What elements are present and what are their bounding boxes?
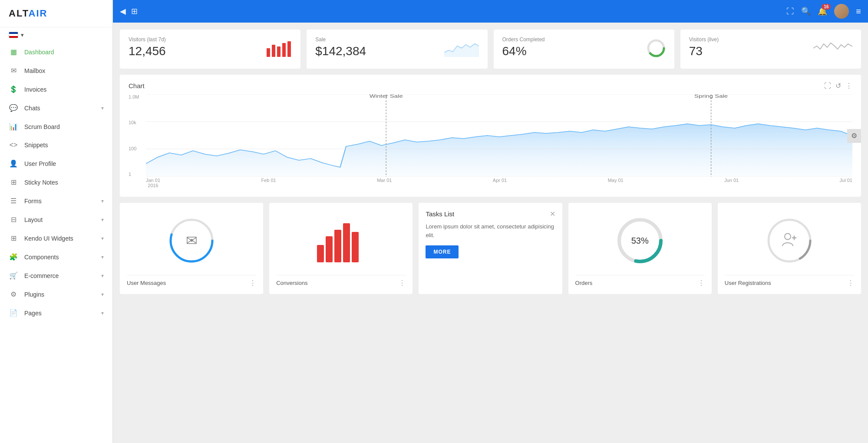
stat-value-orders: 64% [502,44,666,58]
svg-rect-23 [352,232,359,262]
chart-more-icon[interactable]: ⋮ [845,82,852,90]
invoices-icon: 💲 [9,85,18,93]
sidebar-item-kendoui[interactable]: ⊞Kendo UI Widgets▾ [0,229,112,248]
tasks-close-button[interactable]: ✕ [550,210,555,218]
svg-text:Spring Sale: Spring Sale [694,94,728,99]
sidebar: ALTAIR ▾ ▦Dashboard✉Mailbox💲Invoices💬Cha… [0,0,113,443]
sidebar-arrow-components: ▾ [101,254,104,260]
userprofile-icon: 👤 [9,159,18,168]
content-area: Visitors (last 7d) 12,456 Sale $142,384 [113,23,868,443]
sidebar-label-kendoui: Kendo UI Widgets [24,235,95,242]
widget-user-registrations: User Registrations ⋮ [718,203,861,294]
chart-expand-icon[interactable]: ⛶ [824,82,831,90]
widget-orders: 53% Orders ⋮ [568,203,712,294]
stat-icon-sale [444,40,479,59]
sidebar-item-ecommerce[interactable]: 🛒E-commerce▾ [0,266,112,285]
stat-icon-visitors [266,40,292,59]
sidebar-arrow-layout: ▾ [101,217,104,223]
svg-rect-21 [334,230,341,262]
sidebar-item-scrumboard[interactable]: 📊Scrum Board [0,117,112,136]
widget-footer-conversions: Conversions ⋮ [276,275,406,287]
settings-icon: ⚙ [851,132,857,140]
stickynotes-icon: ⊞ [9,178,18,186]
widget-menu-messages[interactable]: ⋮ [249,279,256,287]
search-icon[interactable]: 🔍 [801,7,811,16]
chart-card: Chart ⛶ ↺ ⋮ 1 100 10k 1.0M [120,75,861,197]
widget-visual-messages: ✉ [168,210,215,271]
tasks-more-button[interactable]: MORE [426,245,459,258]
chart-plot: Winter Sale Spring Sale [146,94,852,177]
sidebar-item-layout[interactable]: ⊟Layout▾ [0,210,112,229]
settings-float-button[interactable]: ⚙ [847,129,861,143]
widget-footer-messages: User Messages ⋮ [127,275,256,287]
sidebar-arrow-pages: ▾ [101,310,104,316]
widget-visual-registrations [766,210,813,271]
sidebar-item-mailbox[interactable]: ✉Mailbox [0,61,112,80]
y-label-2: 100 [129,146,145,151]
chart-refresh-icon[interactable]: ↺ [835,82,841,90]
language-label: ▾ [21,32,24,38]
snippets-icon: <> [9,141,18,149]
widget-conversions: Conversions ⋮ [269,203,413,294]
logo: ALTAIR [0,0,112,27]
x-label-jun: Jun 01 [724,178,739,183]
x-label-jan: Jan 012016 [146,178,160,188]
widget-visual-orders: 53% [616,210,664,271]
sidebar-arrow-forms: ▾ [101,198,104,204]
sidebar-item-pages[interactable]: 📄Pages▾ [0,304,112,322]
y-label-1: 1 [129,172,145,177]
widget-title-orders: Orders [575,280,593,286]
svg-rect-20 [326,236,333,262]
sidebar-item-userprofile[interactable]: 👤User Profile [0,154,112,173]
sidebar-label-userprofile: User Profile [24,160,104,167]
avatar[interactable] [834,4,849,19]
widget-title-messages: User Messages [127,280,166,286]
avatar-image [834,4,849,19]
sidebar-label-plugins: Plugins [24,291,95,298]
svg-rect-22 [343,223,350,262]
y-label-4: 1.0M [129,94,145,99]
sidebar-label-stickynotes: Sticky Notes [24,179,104,186]
widget-tasks: Tasks List ✕ Lorem ipsum dolor sit amet,… [419,203,562,294]
language-selector[interactable]: ▾ [0,27,112,43]
x-label-may: May 01 [608,178,624,183]
chart-x-axis: Jan 012016 Feb 01 Mar 01 Apr 01 May 01 J… [146,178,852,190]
forms-icon: ☰ [9,197,18,205]
sidebar-item-components[interactable]: 🧩Components▾ [0,248,112,266]
widgets-row: ✉ User Messages ⋮ [120,203,861,294]
svg-rect-1 [272,45,275,57]
widget-menu-conversions[interactable]: ⋮ [399,279,406,287]
widget-footer-registrations: User Registrations ⋮ [725,275,854,287]
sidebar-item-plugins[interactable]: ⚙Plugins▾ [0,285,112,304]
widget-footer-orders: Orders ⋮ [575,275,705,287]
svg-point-28 [785,234,791,240]
sidebar-item-stickynotes[interactable]: ⊞Sticky Notes [0,173,112,192]
grid-icon[interactable]: ⊞ [131,7,138,16]
sidebar-item-snippets[interactable]: <>Snippets [0,136,112,154]
kendoui-icon: ⊞ [9,234,18,242]
chats-icon: 💬 [9,104,18,112]
chart-actions: ⛶ ↺ ⋮ [824,82,852,90]
sidebar-label-mailbox: Mailbox [24,67,104,74]
notification-button[interactable]: 🔔 16 [818,7,827,16]
hamburger-icon[interactable]: ≡ [856,7,861,17]
sidebar-item-dashboard[interactable]: ▦Dashboard [0,43,112,61]
sidebar-item-invoices[interactable]: 💲Invoices [0,80,112,99]
sidebar-item-forms[interactable]: ☰Forms▾ [0,192,112,210]
sidebar-item-chats[interactable]: 💬Chats▾ [0,99,112,117]
fullscreen-icon[interactable]: ⛶ [786,7,794,16]
ecommerce-icon: 🛒 [9,271,18,280]
svg-rect-19 [317,245,324,262]
widget-user-messages: ✉ User Messages ⋮ [120,203,263,294]
tasks-text: Lorem ipsum dolor sit amet, consectetur … [426,222,555,239]
widget-menu-orders[interactable]: ⋮ [698,279,705,287]
back-icon[interactable]: ◀ [120,7,126,16]
sidebar-arrow-ecommerce: ▾ [101,273,104,279]
widget-menu-registrations[interactable]: ⋮ [847,279,854,287]
chart-area: 1 100 10k 1.0M [129,94,852,190]
sidebar-arrow-plugins: ▾ [101,291,104,298]
tasks-header: Tasks List ✕ [426,210,555,218]
sidebar-nav: ▦Dashboard✉Mailbox💲Invoices💬Chats▾📊Scrum… [0,43,112,322]
widget-visual-conversions [315,210,367,271]
stat-icon-live [813,40,852,59]
